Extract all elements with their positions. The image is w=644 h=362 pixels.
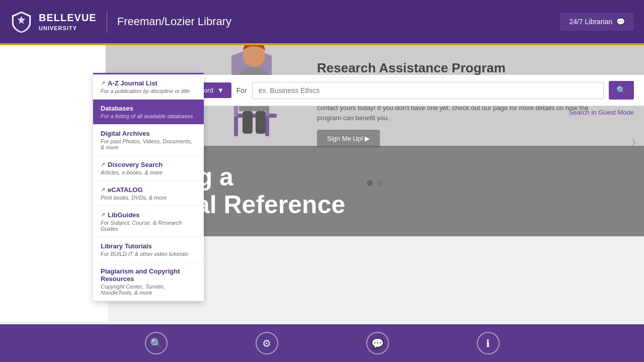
bottom-icon-bar: 🔍 ⚙ 💬 ℹ xyxy=(0,324,644,362)
menu-item-az-journal[interactable]: ↗ A-Z Journal List For a publication by … xyxy=(93,74,204,100)
bottom-icon-search[interactable]: 🔍 xyxy=(145,332,168,354)
menu-item-plagiarism[interactable]: Plagiarism and Copyright Resources Copyr… xyxy=(93,262,204,301)
chevron-down-icon: ▼ xyxy=(217,86,224,94)
chat-icon: 💬 xyxy=(616,18,625,26)
bottom-icon-settings[interactable]: ⚙ xyxy=(256,332,278,354)
search-input[interactable] xyxy=(252,82,604,99)
shield-icon xyxy=(10,11,33,33)
guest-mode-link[interactable]: Search in Guest Mode xyxy=(569,108,634,117)
search-icon: 🔍 xyxy=(145,332,168,354)
info-icon: ℹ xyxy=(477,332,500,354)
menu-item-databases[interactable]: Databases For a listing of all available… xyxy=(93,100,204,125)
svg-point-6 xyxy=(243,45,265,67)
external-link-icon: ↗ xyxy=(101,212,105,218)
bottom-icon-chat[interactable]: 💬 xyxy=(366,332,389,354)
find-dropdown-menu: ↗ A-Z Journal List For a publication by … xyxy=(93,73,204,301)
header-right: 24/7 Librarian 💬 xyxy=(560,13,634,31)
external-link-icon: ↗ xyxy=(101,187,105,193)
left-panel xyxy=(0,45,108,322)
external-link-icon: ↗ xyxy=(101,80,105,86)
gear-icon: ⚙ xyxy=(256,332,278,354)
carousel-cta-button[interactable]: Sign Me Up! ▶ xyxy=(317,130,380,147)
external-link-icon: ↗ xyxy=(101,161,105,168)
university-name: BELLEVUE UNIVERSITY xyxy=(39,11,97,32)
menu-item-libguides[interactable]: ↗ LibGuides For Subject, Course, & Resea… xyxy=(93,206,204,237)
librarian-button[interactable]: 24/7 Librarian 💬 xyxy=(560,13,634,31)
menu-item-digital-archives[interactable]: Digital Archives For past Photos, Videos… xyxy=(93,125,204,156)
menu-item-discovery-search[interactable]: ↗ Discovery Search Articles, e-books, & … xyxy=(93,156,204,181)
library-name: Freeman/Lozier Library xyxy=(117,15,231,28)
svg-rect-8 xyxy=(256,111,266,134)
header: BELLEVUE UNIVERSITY Freeman/Lozier Libra… xyxy=(0,0,644,45)
svg-rect-3 xyxy=(265,116,269,136)
menu-item-ecatalog[interactable]: ↗ eCATALOG Print books, DVDs, & more xyxy=(93,181,204,206)
carousel-title: Research Assistance Program xyxy=(317,60,614,76)
university-logo: BELLEVUE UNIVERSITY xyxy=(10,11,107,33)
for-label: For xyxy=(236,86,247,95)
chat-icon: 💬 xyxy=(366,332,389,354)
svg-rect-2 xyxy=(234,116,238,136)
search-button[interactable]: 🔍 xyxy=(609,81,634,100)
svg-rect-7 xyxy=(243,111,253,134)
menu-item-library-tutorials[interactable]: Library Tutorials For BUILD IT & other v… xyxy=(93,237,204,262)
search-icon: 🔍 xyxy=(616,86,626,95)
bottom-icon-info[interactable]: ℹ xyxy=(477,332,500,354)
